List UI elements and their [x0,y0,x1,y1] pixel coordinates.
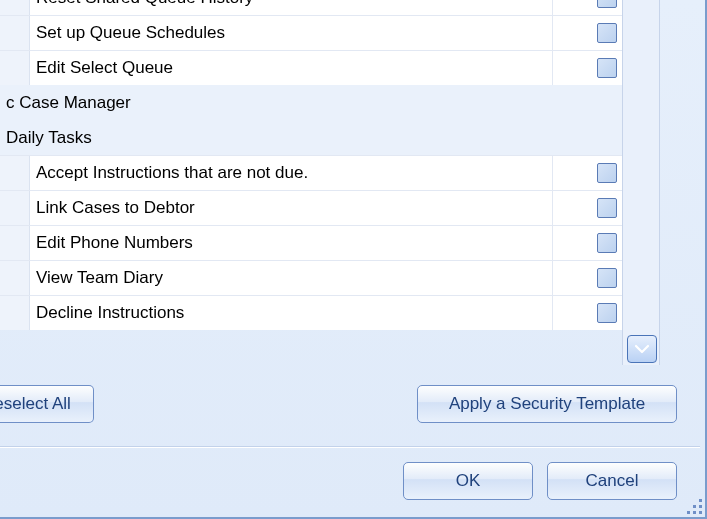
permission-checkbox[interactable] [597,163,617,183]
permission-row: Edit Select Queue [0,50,660,85]
deselect-all-button[interactable]: Deselect All [0,385,94,423]
dialog-window: Reset Shared Queue HistorySet up Queue S… [0,0,707,519]
permission-checkbox[interactable] [597,233,617,253]
dialog-button-row: OK Cancel [0,452,695,510]
ok-button[interactable]: OK [403,462,533,500]
permission-label: Reset Shared Queue History [30,0,552,15]
group-header[interactable]: c Case Manager [0,85,660,120]
permission-checkbox[interactable] [597,198,617,218]
permission-checkbox[interactable] [597,0,617,8]
permission-label: Set up Queue Schedules [30,16,552,50]
permission-row: View Team Diary [0,260,660,295]
permission-row: Link Cases to Debtor [0,190,660,225]
apply-security-template-button[interactable]: Apply a Security Template [417,385,677,423]
permission-row: Decline Instructions [0,295,660,330]
divider [0,446,700,448]
cancel-button[interactable]: Cancel [547,462,677,500]
table-button-row: Deselect All Apply a Security Template [0,375,695,433]
permission-row: Edit Phone Numbers [0,225,660,260]
content-area: Reset Shared Queue HistorySet up Queue S… [0,0,690,340]
permission-label: Link Cases to Debtor [30,191,552,225]
scroll-down-button[interactable] [627,335,657,363]
permissions-table: Reset Shared Queue HistorySet up Queue S… [0,0,660,330]
permission-row: Set up Queue Schedules [0,15,660,50]
permission-checkbox[interactable] [597,268,617,288]
resize-grip[interactable] [684,496,702,514]
permission-checkbox[interactable] [597,23,617,43]
permission-checkbox[interactable] [597,303,617,323]
permission-label: Edit Select Queue [30,51,552,85]
group-header-label: Daily Tasks [0,120,552,155]
permission-label: Decline Instructions [30,296,552,330]
permission-label: Accept Instructions that are not due. [30,156,552,190]
permission-label: View Team Diary [30,261,552,295]
permission-row: Reset Shared Queue History [0,0,660,15]
permission-row: Accept Instructions that are not due. [0,155,660,190]
permission-label: Edit Phone Numbers [30,226,552,260]
group-header[interactable]: Daily Tasks [0,120,660,155]
permission-checkbox[interactable] [597,58,617,78]
group-header-label: c Case Manager [0,85,552,120]
scrollbar-vertical[interactable] [622,0,660,365]
